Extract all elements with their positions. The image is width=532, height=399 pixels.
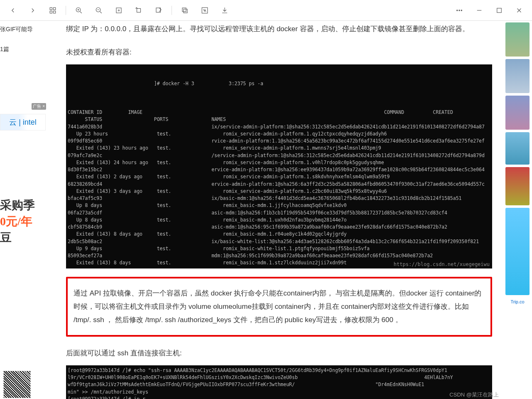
ssh-terminal: [root@9972a33b147d /]# echo "ssh-rsa AAA…: [66, 365, 492, 399]
svg-rect-10: [182, 8, 186, 12]
article-count: 1篇: [0, 33, 48, 53]
more-button[interactable]: [450, 2, 469, 19]
highlight-text: 通过 API 拉取镜像、开启一个容器后，虽然 docker 执行命令只能在con…: [74, 287, 485, 327]
promo-text: 采购季 0元/年 豆: [0, 197, 45, 246]
svg-rect-16: [497, 8, 502, 12]
edit-button[interactable]: [149, 2, 168, 19]
svg-rect-2: [50, 11, 52, 13]
intro-paragraph: 绑定 IP 为：0.0.0.0，且暴露在公网上。寻找可以远程管理该主机的 doc…: [66, 22, 492, 36]
minimize-button[interactable]: [470, 2, 489, 19]
fit-page-button[interactable]: [109, 2, 128, 19]
right-sidebar: Trip.co: [505, 21, 532, 399]
svg-rect-0: [50, 7, 52, 10]
thumb-4[interactable]: [505, 132, 530, 165]
intel-logo: 云 | intel: [0, 114, 46, 131]
thumb-1[interactable]: [505, 22, 530, 57]
close-button[interactable]: [510, 2, 529, 19]
svg-point-15: [461, 10, 462, 10]
zoom-out-button[interactable]: [89, 2, 108, 19]
ad-panel[interactable]: 云 | intel 采购季 0元/年 豆: [0, 111, 45, 246]
apps-button[interactable]: [43, 2, 62, 19]
maximize-button[interactable]: [490, 2, 509, 19]
watermark: https://blog.csdn.net/xuegegeiwu: [394, 261, 490, 268]
copy-button[interactable]: [175, 2, 194, 19]
thumb-5[interactable]: [505, 167, 530, 205]
qr-code[interactable]: [3, 371, 31, 398]
svg-rect-1: [54, 7, 56, 10]
gif-notice: 张GIF可能导: [0, 21, 48, 33]
translate-button[interactable]: [195, 2, 214, 19]
svg-rect-3: [54, 11, 56, 13]
rotate-button[interactable]: [129, 2, 148, 19]
heading-unauth: 未授权查看所有容器:: [66, 46, 492, 59]
heading-ssh: 后面就可以通过 ssh 直借连接宿主机:: [66, 347, 492, 360]
footer-credit: CSDN @菜汪在路上: [449, 391, 499, 399]
forward-button[interactable]: [23, 2, 42, 19]
svg-point-13: [457, 10, 458, 10]
thumb-6[interactable]: [505, 208, 530, 295]
highlighted-note: 通过 API 拉取镜像、开启一个容器后，虽然 docker 执行命令只能在con…: [66, 277, 492, 337]
thumb-3[interactable]: [505, 96, 530, 130]
ad-badge[interactable]: 广告 ×: [32, 103, 46, 110]
thumb-2[interactable]: [505, 59, 530, 93]
svg-rect-8: [137, 8, 141, 12]
docker-ps-terminal: ]# docker -H 3 3:2375 ps -a https://blog…: [66, 64, 492, 268]
download-button[interactable]: [215, 2, 234, 19]
svg-rect-12: [202, 7, 208, 13]
back-button[interactable]: [3, 2, 22, 19]
svg-rect-6: [116, 8, 121, 13]
svg-point-7: [118, 10, 120, 11]
svg-point-14: [459, 10, 460, 10]
left-sidebar: 张GIF可能导 1篇 广告 × 云 | intel 采购季 0元/年 豆: [0, 21, 48, 399]
article-main: 绑定 IP 为：0.0.0.0，且暴露在公网上。寻找可以远程管理该主机的 doc…: [48, 21, 505, 399]
titlebar: [0, 0, 532, 21]
trip-label[interactable]: Trip.co: [505, 299, 530, 304]
zoom-in-button[interactable]: [69, 2, 88, 19]
svg-rect-11: [184, 9, 187, 13]
